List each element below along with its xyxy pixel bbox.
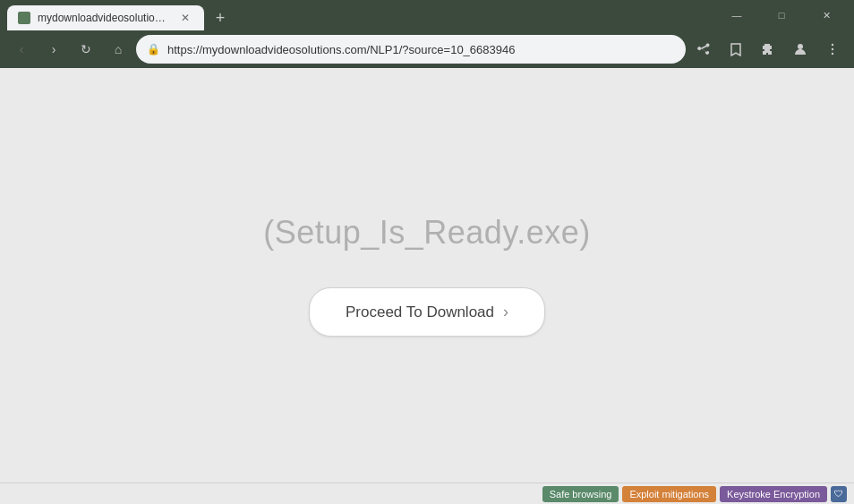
menu-button[interactable]	[818, 35, 847, 64]
nav-actions	[689, 35, 847, 64]
url-bar[interactable]: 🔒 https://mydownloadvideosolutions.com/N…	[136, 35, 686, 64]
lock-icon: 🔒	[147, 43, 160, 56]
download-button-label: Proceed To Download	[346, 303, 494, 321]
maximize-button[interactable]: □	[761, 1, 802, 30]
exploit-mitigations-badge: Exploit mitigations	[622, 486, 716, 502]
svg-point-1	[832, 44, 833, 46]
new-tab-button[interactable]: +	[208, 5, 233, 30]
back-button[interactable]: ‹	[7, 35, 36, 64]
refresh-button[interactable]: ↻	[72, 35, 100, 64]
extensions-button[interactable]	[754, 35, 782, 64]
file-title: (Setup_Is_Ready.exe)	[263, 214, 591, 252]
minimize-button[interactable]: —	[716, 1, 757, 30]
tab-area: mydownloadvideosolutions.com ✕ +	[7, 0, 713, 30]
active-tab[interactable]: mydownloadvideosolutions.com ✕	[7, 5, 204, 30]
safe-browsing-badge: Safe browsing	[542, 486, 619, 502]
shield-icon: 🛡	[831, 486, 847, 502]
svg-point-0	[798, 44, 803, 49]
window-controls: — □ ✕	[716, 1, 847, 30]
browser-frame: mydownloadvideosolutions.com ✕ + — □ ✕ ‹…	[0, 0, 854, 504]
page-content: (Setup_Is_Ready.exe) Proceed To Download…	[0, 68, 854, 483]
tab-title: mydownloadvideosolutions.com	[38, 12, 170, 24]
proceed-to-download-button[interactable]: Proceed To Download ›	[309, 287, 545, 337]
tab-close-button[interactable]: ✕	[177, 10, 193, 26]
url-text: https://mydownloadvideosolutions.com/NLP…	[167, 43, 675, 56]
svg-point-2	[832, 48, 833, 50]
profile-button[interactable]	[786, 35, 815, 64]
forward-button[interactable]: ›	[39, 35, 68, 64]
download-button-arrow: ›	[503, 303, 508, 321]
home-button[interactable]: ⌂	[104, 35, 132, 64]
share-button[interactable]	[689, 35, 718, 64]
navigation-bar: ‹ › ↻ ⌂ 🔒 https://mydownloadvideosolutio…	[0, 30, 854, 68]
keystroke-encryption-badge: Keystroke Encryption	[720, 486, 827, 502]
tab-favicon	[18, 12, 30, 24]
bookmark-button[interactable]	[722, 35, 750, 64]
title-bar: mydownloadvideosolutions.com ✕ + — □ ✕	[0, 0, 854, 30]
svg-point-3	[832, 53, 833, 55]
close-button[interactable]: ✕	[806, 1, 847, 30]
status-bar: Safe browsing Exploit mitigations Keystr…	[0, 483, 854, 504]
